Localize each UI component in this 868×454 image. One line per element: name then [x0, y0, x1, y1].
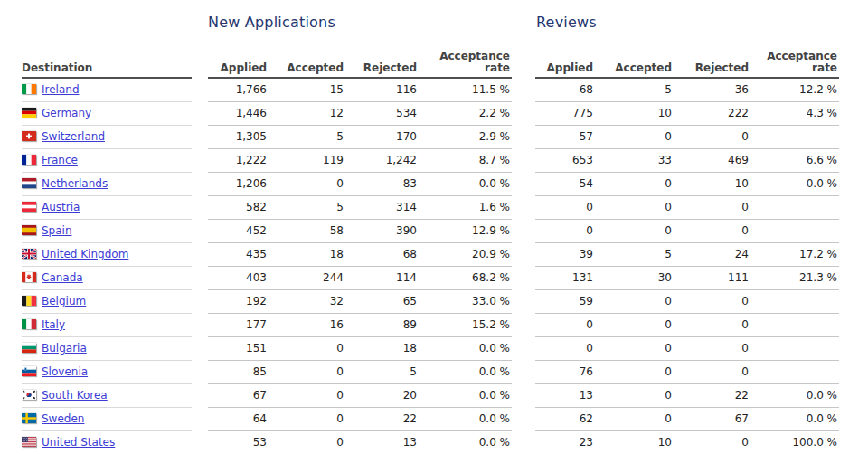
country-link[interactable]: Canada — [42, 271, 83, 284]
na-applied-cell: 403 — [208, 266, 269, 289]
rev-accepted-cell: 5 — [595, 78, 674, 101]
na-rejected-cell: 89 — [345, 313, 419, 336]
rev-accepted-cell: 0 — [595, 383, 674, 407]
rev-applied-cell: 23 — [535, 430, 595, 454]
na-rejected-cell: 5 — [345, 360, 419, 383]
na-applied-header: Applied — [208, 45, 269, 78]
na-applied-cell: 582 — [208, 195, 269, 219]
rev-table-row: 000 — [535, 313, 839, 336]
country-link[interactable]: Belgium — [42, 295, 86, 307]
na-accepted-cell: 0 — [269, 430, 345, 454]
na-table-row: 85050.0 % — [208, 360, 512, 383]
na-rejected-cell: 170 — [345, 125, 419, 148]
rev-applied-cell: 775 — [535, 101, 595, 125]
na-table-row: 1,446125342.2 % — [208, 101, 512, 125]
na-rejected-cell: 1,242 — [345, 148, 419, 172]
na-applied-cell: 435 — [208, 242, 269, 266]
rev-acceptance-rate-cell: 12.2 % — [750, 78, 839, 101]
rev-applied-cell: 131 — [535, 266, 595, 289]
na-rejected-cell: 534 — [345, 101, 419, 125]
na-acceptance-rate-cell: 33.0 % — [419, 289, 512, 313]
france-flag-icon — [22, 155, 36, 165]
na-acceptance-rate-cell: 0.0 % — [419, 172, 512, 195]
rev-rejected-cell: 0 — [674, 195, 750, 219]
na-accepted-cell: 16 — [269, 313, 345, 336]
na-rejected-cell: 68 — [345, 242, 419, 266]
rev-rejected-cell: 0 — [674, 336, 750, 360]
country-link[interactable]: Italy — [42, 318, 65, 331]
rev-applied-cell: 653 — [535, 148, 595, 172]
rev-applied-cell: 68 — [535, 78, 595, 101]
na-acceptance-rate-cell: 2.9 % — [419, 125, 512, 148]
rev-acceptance-rate-cell: 4.3 % — [750, 101, 839, 125]
germany-flag-icon — [22, 108, 36, 118]
rev-accepted-cell: 0 — [595, 172, 674, 195]
na-table-row: 1,7661511611.5 % — [208, 78, 512, 101]
rev-applied-cell: 57 — [535, 125, 595, 148]
na-accepted-cell: 0 — [269, 336, 345, 360]
country-link[interactable]: Germany — [42, 107, 91, 119]
canada-flag-icon — [22, 272, 36, 282]
destination-row: United States — [22, 430, 192, 454]
na-acceptance-rate-cell: 68.2 % — [419, 266, 512, 289]
switzerland-flag-icon — [22, 131, 36, 141]
rev-acceptance-rate-cell: 100.0 % — [750, 430, 839, 454]
country-link[interactable]: Ireland — [42, 83, 80, 96]
na-rejected-header: Rejected — [345, 45, 419, 78]
country-link[interactable]: Slovenia — [42, 365, 88, 378]
na-table-row: 177168915.2 % — [208, 313, 512, 336]
rev-accepted-cell: 0 — [595, 219, 674, 242]
na-rejected-cell: 83 — [345, 172, 419, 195]
rev-rejected-cell: 36 — [674, 78, 750, 101]
na-table-row: 1,30551702.9 % — [208, 125, 512, 148]
na-accepted-cell: 0 — [269, 360, 345, 383]
rev-acceptance-rate-cell — [750, 125, 839, 148]
destination-row: Belgium — [22, 289, 192, 313]
rev-accepted-cell: 0 — [595, 360, 674, 383]
na-table-row: 40324411468.2 % — [208, 266, 512, 289]
country-link[interactable]: Sweden — [42, 412, 84, 425]
country-link[interactable]: Spain — [42, 224, 72, 237]
country-link[interactable]: Netherlands — [42, 177, 108, 190]
slovenia-flag-icon — [22, 366, 36, 376]
country-link[interactable]: Switzerland — [42, 130, 105, 143]
na-table-row: 1510180.0 % — [208, 336, 512, 360]
na-accepted-cell: 18 — [269, 242, 345, 266]
country-link[interactable]: South Korea — [42, 389, 108, 402]
rev-acceptance-rate-cell — [750, 289, 839, 313]
country-link[interactable]: United Kingdom — [42, 248, 128, 260]
country-link[interactable]: United States — [42, 436, 115, 449]
reviews-title: Reviews — [536, 14, 597, 31]
rev-rejected-cell: 24 — [674, 242, 750, 266]
na-accepted-cell: 58 — [269, 219, 345, 242]
rev-table-row: 775102224.3 % — [535, 101, 839, 125]
ireland-flag-icon — [22, 84, 36, 94]
destination-row: United Kingdom — [22, 242, 192, 266]
rev-acceptance-rate-cell: 6.6 % — [750, 148, 839, 172]
na-rejected-cell: 13 — [345, 430, 419, 454]
new-applications-table: Applied Accepted Rejected Acceptance rat… — [208, 45, 512, 454]
destination-row: Netherlands — [22, 172, 192, 195]
destination-cell: Canada — [22, 266, 192, 289]
rev-rejected-cell: 0 — [674, 125, 750, 148]
na-accepted-cell: 119 — [269, 148, 345, 172]
sweden-flag-icon — [22, 413, 36, 423]
rev-rejected-cell: 469 — [674, 148, 750, 172]
destination-row: Ireland — [22, 78, 192, 101]
italy-flag-icon — [22, 319, 36, 329]
na-applied-cell: 1,222 — [208, 148, 269, 172]
na-accepted-cell: 5 — [269, 195, 345, 219]
na-applied-cell: 64 — [208, 407, 269, 430]
rev-rejected-cell: 67 — [674, 407, 750, 430]
country-link[interactable]: Austria — [42, 201, 80, 213]
na-acceptance-rate-cell: 1.6 % — [419, 195, 512, 219]
na-table-row: 530130.0 % — [208, 430, 512, 454]
rev-accepted-cell: 0 — [595, 313, 674, 336]
rev-acceptance-rate-cell — [750, 336, 839, 360]
country-link[interactable]: Bulgaria — [42, 342, 87, 355]
country-link[interactable]: France — [42, 154, 78, 166]
destination-row: Bulgaria — [22, 336, 192, 360]
destination-row: Austria — [22, 195, 192, 219]
na-table-row: 58253141.6 % — [208, 195, 512, 219]
destination-row: Slovenia — [22, 360, 192, 383]
